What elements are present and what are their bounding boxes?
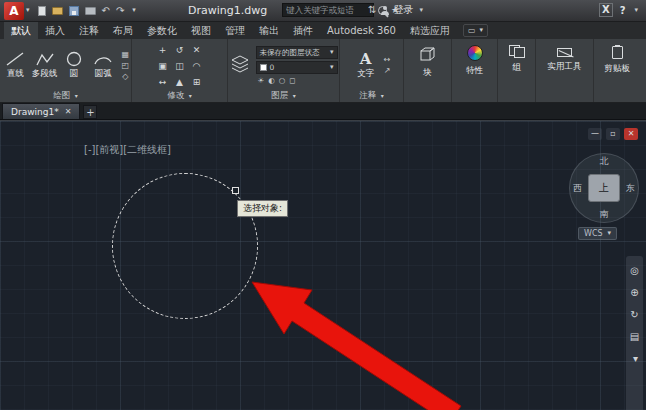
- search-input[interactable]: [282, 3, 374, 17]
- viewcube-north[interactable]: 北: [600, 155, 609, 168]
- scale-icon[interactable]: ▲: [172, 75, 187, 89]
- help-icon[interactable]: ?: [620, 5, 626, 16]
- ribbon-tab-view[interactable]: 视图: [184, 22, 218, 39]
- new-file-icon[interactable]: [38, 6, 46, 16]
- autocad-window: A ▾ ↶ ↷ ▾ Drawing1.dwg ★ ⇅ 登录 ▾ X ? ▾: [0, 0, 646, 410]
- trim-icon[interactable]: ✕: [189, 43, 204, 57]
- app-menu-button[interactable]: A: [4, 2, 24, 20]
- leader-icon[interactable]: ↗: [384, 67, 391, 75]
- ribbon: 直线 多段线 圆 圆弧: [0, 39, 646, 103]
- ribbon-tab-manage[interactable]: 管理: [218, 22, 252, 39]
- clipboard-panel-button[interactable]: 剪贴板: [594, 39, 640, 102]
- groups-panel-button[interactable]: 组: [498, 39, 536, 102]
- polyline-icon: [35, 51, 55, 67]
- orbit-icon[interactable]: ↻: [630, 310, 638, 320]
- viewcube-top-face[interactable]: 上: [588, 174, 620, 202]
- block-panel-button[interactable]: 块: [404, 39, 452, 102]
- annotate-panel-title[interactable]: 注释 ▾: [340, 89, 403, 102]
- hatch-icon[interactable]: ▦: [121, 51, 129, 59]
- doc-restore-icon[interactable]: ▫: [606, 128, 620, 140]
- color-wheel-icon: [467, 45, 483, 61]
- viewcube-east[interactable]: 东: [626, 182, 635, 195]
- layer-freeze-icon[interactable]: ◐: [268, 76, 275, 85]
- modify-panel-title[interactable]: 修改 ▾: [132, 89, 227, 102]
- line-tool-button[interactable]: 直线: [2, 51, 28, 80]
- layer-on-icon[interactable]: ☀: [258, 76, 265, 85]
- measure-icon: [557, 48, 572, 57]
- file-tab-drawing1[interactable]: Drawing1* ✕: [2, 103, 80, 119]
- help-caret-icon[interactable]: ▾: [634, 7, 638, 14]
- draw-panel-title[interactable]: 绘图 ▾: [0, 89, 131, 102]
- layer-color-icon[interactable]: ◻: [289, 76, 295, 85]
- fillet-icon[interactable]: ◠: [189, 59, 204, 73]
- plot-icon[interactable]: [85, 7, 96, 15]
- mirror-icon[interactable]: ◫: [172, 59, 187, 73]
- steering-wheel-icon[interactable]: ◎: [630, 266, 639, 276]
- open-file-icon[interactable]: [52, 7, 63, 15]
- showmotion-icon[interactable]: ▤: [630, 332, 639, 342]
- text-tool-button[interactable]: A 文字: [353, 51, 379, 80]
- navbar-caret-icon[interactable]: ▾: [633, 354, 638, 364]
- layer-color-swatch: [260, 64, 267, 71]
- panel-toggle-icon: ▭: [468, 26, 476, 35]
- copy-icon[interactable]: ▣: [155, 59, 170, 73]
- rotate-icon[interactable]: ↺: [172, 43, 187, 57]
- layer-select-dropdown[interactable]: 0 ▾: [256, 61, 338, 74]
- doc-minimize-icon[interactable]: —: [588, 128, 602, 140]
- app-menu-caret-icon[interactable]: ▾: [26, 7, 30, 14]
- ribbon-tab-output[interactable]: 输出: [252, 22, 286, 39]
- command-prompt-tooltip: 选择对象:: [237, 200, 288, 217]
- wcs-caret-icon: ▾: [608, 230, 612, 237]
- circle-tool-button[interactable]: 圆: [61, 51, 87, 80]
- ribbon-tab-layout[interactable]: 布局: [106, 22, 140, 39]
- save-icon[interactable]: [69, 6, 79, 16]
- undo-icon[interactable]: ↶: [102, 6, 110, 16]
- properties-panel-button[interactable]: 特性: [452, 39, 498, 102]
- layers-panel-title[interactable]: 图层 ▾: [228, 89, 339, 102]
- utilities-panel-button[interactable]: 实用工具: [536, 39, 594, 102]
- sync-icon[interactable]: ⇅: [368, 5, 376, 15]
- ribbon-tab-parametric[interactable]: 参数化: [140, 22, 184, 39]
- file-tab-close-icon[interactable]: ✕: [65, 107, 72, 116]
- qat-caret-icon[interactable]: ▾: [132, 7, 136, 14]
- wcs-dropdown[interactable]: WCS ▾: [578, 227, 617, 240]
- redo-icon[interactable]: ↷: [116, 6, 124, 16]
- line-icon: [5, 51, 25, 67]
- signin-button[interactable]: 登录: [393, 3, 413, 17]
- doc-close-icon[interactable]: ✕: [624, 128, 638, 140]
- new-drawing-tab-button[interactable]: +: [83, 105, 97, 119]
- polyline-tool-button[interactable]: 多段线: [31, 51, 57, 80]
- drawing-canvas[interactable]: [-][前视][二维线框] — ▫ ✕ 北 南 西 东 上 WCS ▾ ◎ ⊕ …: [0, 120, 646, 410]
- block-icon: [418, 45, 437, 63]
- array-icon[interactable]: ⊞: [189, 75, 204, 89]
- ribbon-collapse-button[interactable]: ▭ ▾: [463, 24, 488, 37]
- ribbon-tab-annotate[interactable]: 注释: [72, 22, 106, 39]
- viewcube-south[interactable]: 南: [600, 208, 609, 221]
- document-title: Drawing1.dwg: [188, 4, 267, 17]
- exchange-apps-icon[interactable]: X: [599, 3, 613, 17]
- ribbon-tab-plugins[interactable]: 插件: [286, 22, 320, 39]
- layer-state-dropdown[interactable]: 未保存的图层状态 ▾: [256, 46, 338, 59]
- dimension-icon[interactable]: ↔: [384, 56, 391, 64]
- move-icon[interactable]: +: [155, 43, 170, 57]
- draw-panel: 直线 多段线 圆 圆弧: [0, 39, 132, 102]
- arc-tool-button[interactable]: 圆弧: [90, 51, 116, 80]
- viewcube-west[interactable]: 西: [573, 182, 582, 195]
- zoom-icon[interactable]: ⊕: [630, 288, 638, 298]
- ribbon-tab-home[interactable]: 默认: [4, 22, 38, 39]
- selected-circle-object[interactable]: [112, 173, 258, 319]
- signin-caret-icon[interactable]: ▾: [419, 7, 423, 14]
- viewport-controls[interactable]: [-][前视][二维线框]: [84, 143, 171, 157]
- ribbon-tab-autodesk360[interactable]: Autodesk 360: [320, 22, 403, 39]
- layer-properties-button[interactable]: [230, 54, 250, 78]
- viewcube[interactable]: 北 南 西 东 上: [569, 153, 639, 223]
- rectangle-icon[interactable]: ◰: [121, 62, 129, 70]
- stretch-icon[interactable]: ↔: [155, 75, 170, 89]
- annotate-panel-caret-icon: ▾: [381, 92, 384, 99]
- ribbon-tab-insert[interactable]: 插入: [38, 22, 72, 39]
- ellipse-icon[interactable]: ◇: [122, 73, 128, 81]
- circle-icon: [64, 51, 84, 67]
- ribbon-tab-featured-apps[interactable]: 精选应用: [403, 22, 457, 39]
- layers-icon: [230, 54, 250, 74]
- layer-lock-icon[interactable]: ○: [279, 76, 286, 85]
